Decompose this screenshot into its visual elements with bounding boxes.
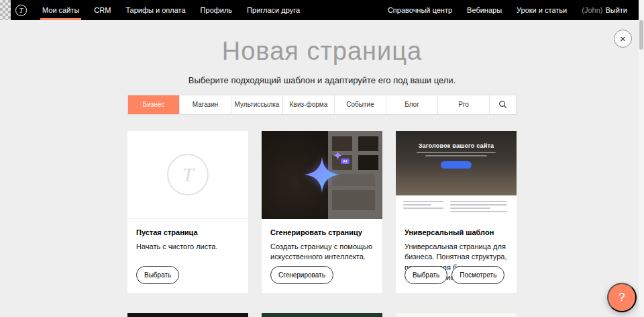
menu-item-tariffs[interactable]: Тарифы и оплата	[118, 0, 193, 20]
universal-template-preview: Заголовок вашего сайта	[396, 131, 517, 219]
preview-text-section	[396, 195, 517, 219]
card-blank-page: T Пустая страница Начать с чистого листа…	[127, 131, 248, 293]
close-button[interactable]: ×	[614, 30, 632, 48]
menu-item-lessons[interactable]: Уроки и статьи	[509, 0, 574, 20]
user-name: (John)	[582, 6, 602, 14]
card-description: Создать страницу с помощью искусственног…	[270, 242, 374, 263]
tab-business[interactable]: Бизнес	[128, 95, 179, 114]
template-cards-grid: T Пустая страница Начать с чистого листа…	[127, 131, 517, 293]
template-card-partial[interactable]	[262, 313, 382, 317]
tab-event[interactable]: Событие	[334, 95, 386, 114]
menu-item-webinars[interactable]: Вебинары	[460, 0, 509, 20]
preview-text-line	[425, 155, 487, 156]
page-title: Новая страница	[0, 38, 644, 66]
search-icon	[498, 100, 507, 109]
menu-item-label: Профиль	[201, 6, 233, 14]
tab-multilink[interactable]: Мультиссылка	[231, 95, 282, 114]
menu-item-my-sites[interactable]: Мои сайты	[35, 0, 87, 20]
blank-page-preview: T	[127, 131, 248, 219]
menu-item-profile[interactable]: Профиль	[193, 0, 240, 20]
preview-hero: Заголовок вашего сайта	[396, 131, 517, 195]
menu-item-invite-friend[interactable]: Пригласи друга	[239, 0, 307, 20]
next-template-row	[127, 313, 517, 317]
tab-blog[interactable]: Блог	[386, 95, 437, 114]
tab-label: Событие	[346, 101, 374, 108]
preview-text-line	[417, 152, 496, 153]
menu-item-label: Пригласи друга	[247, 6, 300, 14]
topbar-left-menu: Мои сайты CRM Тарифы и оплата Профиль Пр…	[35, 0, 307, 20]
preview-hero-title: Заголовок вашего сайта	[419, 142, 494, 149]
menu-item-help-center[interactable]: Справочный центр	[380, 0, 460, 20]
card-generate-page: AI Сгенерировать страницу Создать страни…	[262, 131, 382, 293]
ai-badge: AI	[341, 158, 350, 164]
card-title: Универсальный шаблон	[405, 228, 508, 236]
menu-item-crm[interactable]: CRM	[87, 0, 118, 20]
tilda-mark-icon: T	[167, 154, 209, 195]
preview-blue-button	[441, 161, 472, 169]
ai-generate-preview: AI	[262, 131, 382, 219]
tab-label: Мультиссылка	[235, 101, 280, 108]
card-universal-template: Заголовок вашего сайта Универсальный шаб…	[396, 131, 517, 293]
tab-label: Pro	[458, 101, 469, 108]
choose-blank-button[interactable]: Выбрать	[136, 266, 179, 284]
page-subtitle: Выберите подходящий шаблон и адаптируйте…	[0, 75, 644, 85]
tilda-logo-icon[interactable]: T	[15, 5, 27, 16]
menu-item-label: CRM	[94, 6, 111, 14]
logout-label: Выйти	[605, 6, 627, 14]
menu-item-label: Мои сайты	[42, 6, 79, 14]
tab-label: Бизнес	[143, 101, 165, 108]
card-title: Пустая страница	[136, 228, 239, 236]
scrollbar-track[interactable]	[639, 0, 644, 317]
tab-store[interactable]: Магазин	[179, 95, 231, 114]
search-tab[interactable]	[489, 95, 516, 114]
ai-sparkle-icon	[303, 156, 341, 193]
menu-item-label: Вебинары	[467, 6, 502, 14]
tab-quiz-form[interactable]: Квиз-форма	[282, 95, 334, 114]
tab-pro[interactable]: Pro	[437, 95, 489, 114]
card-title: Сгенерировать страницу	[270, 228, 374, 236]
logout-item[interactable]: (John) Выйти	[574, 0, 635, 20]
template-category-tabs: Бизнес Магазин Мультиссылка Квиз-форма С…	[127, 95, 517, 115]
checker-pattern	[0, 0, 11, 20]
tilda-mark-letter: T	[182, 163, 194, 186]
help-button[interactable]: ?	[607, 283, 637, 312]
menu-item-label: Уроки и статьи	[517, 6, 567, 14]
topbar-right-menu: Справочный центр Вебинары Уроки и статьи…	[380, 0, 644, 20]
tab-label: Блог	[405, 101, 419, 108]
generate-button[interactable]: Сгенерировать	[270, 266, 333, 284]
new-page-modal: × Новая страница Выберите подходящий шаб…	[0, 20, 644, 317]
tab-label: Магазин	[193, 101, 219, 108]
view-universal-button[interactable]: Посмотреть	[451, 266, 504, 284]
template-card-partial[interactable]	[127, 313, 248, 317]
tab-label: Квиз-форма	[290, 101, 327, 108]
template-card-partial[interactable]	[396, 313, 517, 317]
choose-universal-button[interactable]: Выбрать	[405, 266, 447, 284]
menu-item-label: Справочный центр	[388, 6, 452, 14]
scrollbar-thumb[interactable]	[639, 20, 643, 50]
menu-item-label: Тарифы и оплата	[125, 6, 185, 14]
card-description: Начать с чистого листа.	[136, 242, 239, 252]
close-icon: ×	[620, 34, 626, 44]
topbar: T Мои сайты CRM Тарифы и оплата Профиль …	[0, 0, 644, 20]
question-mark-icon: ?	[619, 291, 625, 304]
